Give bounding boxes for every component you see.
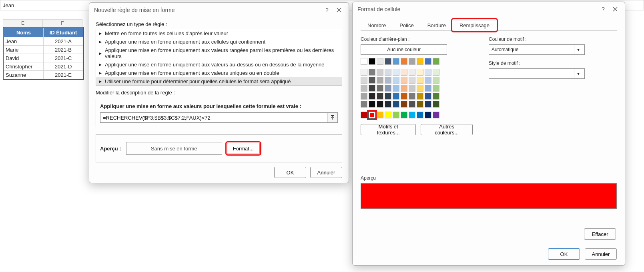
color-swatch[interactable] — [409, 85, 415, 92]
clear-button[interactable]: Effacer — [584, 228, 616, 240]
color-swatch[interactable] — [409, 69, 415, 76]
rule-type-item[interactable]: ►Appliquer une mise en forme uniquement … — [96, 60, 342, 69]
color-swatch[interactable] — [409, 77, 415, 84]
color-swatch[interactable] — [369, 85, 375, 92]
close-icon[interactable] — [610, 4, 620, 14]
color-swatch[interactable] — [393, 85, 399, 92]
color-swatch[interactable] — [409, 101, 415, 108]
color-swatch[interactable] — [361, 69, 367, 76]
color-swatch[interactable] — [385, 112, 391, 118]
header-names[interactable]: Noms — [4, 28, 44, 37]
color-swatch[interactable] — [401, 77, 407, 84]
format-button[interactable]: Format... — [227, 143, 260, 154]
color-swatch[interactable] — [433, 112, 439, 118]
col-header-e[interactable]: E — [3, 19, 43, 27]
color-swatch[interactable] — [385, 58, 391, 65]
color-swatch[interactable] — [433, 77, 439, 84]
format-ok-button[interactable]: OK — [548, 248, 580, 260]
col-header-f[interactable]: F — [42, 19, 82, 27]
color-swatch[interactable] — [377, 112, 383, 118]
tab-fill[interactable]: Remplissage — [453, 20, 496, 31]
cell-id[interactable]: 2021-B — [43, 45, 83, 54]
rule-type-item[interactable]: ►Appliquer une mise en forme uniquement … — [96, 38, 342, 46]
cell-name[interactable]: Jean — [4, 37, 44, 46]
color-swatch[interactable] — [401, 58, 407, 65]
color-swatch[interactable] — [417, 58, 423, 65]
color-swatch[interactable] — [361, 93, 367, 100]
color-swatch[interactable] — [361, 101, 367, 108]
more-colors-button[interactable]: Autres couleurs... — [421, 124, 473, 135]
color-swatch[interactable] — [393, 93, 399, 100]
rule-type-item[interactable]: ►Appliquer une mise en forme uniquement … — [96, 69, 342, 77]
table-row[interactable]: Christopher2021-D — [4, 62, 83, 71]
color-swatch[interactable] — [385, 85, 391, 92]
pattern-color-dropdown[interactable]: Automatique ▾ — [489, 44, 585, 55]
color-swatch[interactable] — [433, 93, 439, 100]
color-swatch[interactable] — [433, 58, 439, 65]
fill-effects-button[interactable]: Motifs et textures... — [361, 124, 416, 135]
color-swatch[interactable] — [417, 69, 423, 76]
format-dialog-titlebar[interactable]: Format de cellule ? — [353, 2, 625, 16]
color-swatch[interactable] — [393, 58, 399, 65]
color-swatch[interactable] — [377, 77, 383, 84]
color-swatch[interactable] — [393, 69, 399, 76]
table-row[interactable]: Jean2021-A — [4, 37, 83, 46]
color-swatch[interactable] — [425, 77, 431, 84]
color-swatch[interactable] — [425, 93, 431, 100]
cell-name[interactable]: Marie — [4, 45, 44, 54]
rule-cancel-button[interactable]: Annuler — [310, 167, 342, 178]
color-swatch[interactable] — [425, 101, 431, 108]
color-swatch[interactable] — [409, 112, 415, 118]
color-swatch[interactable] — [417, 112, 423, 118]
color-swatch[interactable] — [401, 93, 407, 100]
collapse-dialog-icon[interactable] — [327, 112, 338, 123]
color-swatch[interactable] — [401, 85, 407, 92]
color-swatch[interactable] — [401, 69, 407, 76]
rule-type-item[interactable]: ►Appliquer une mise en forme uniquement … — [96, 46, 342, 60]
color-swatch[interactable] — [377, 93, 383, 100]
formula-input[interactable] — [100, 112, 327, 123]
tab-font[interactable]: Police — [393, 20, 420, 31]
color-swatch[interactable] — [385, 77, 391, 84]
pattern-style-dropdown[interactable]: ▾ — [489, 68, 585, 79]
tab-number[interactable]: Nombre — [361, 20, 393, 31]
color-swatch[interactable] — [385, 93, 391, 100]
color-swatch[interactable] — [377, 69, 383, 76]
cell-name[interactable]: David — [4, 54, 44, 62]
color-swatch[interactable] — [393, 112, 399, 118]
color-swatch[interactable] — [417, 77, 423, 84]
color-swatch[interactable] — [369, 93, 375, 100]
color-swatch[interactable] — [393, 77, 399, 84]
tab-border[interactable]: Bordure — [421, 20, 453, 31]
color-swatch[interactable] — [425, 112, 431, 118]
color-swatch[interactable] — [377, 85, 383, 92]
color-swatch[interactable] — [361, 58, 367, 65]
close-icon[interactable] — [334, 5, 344, 15]
color-swatch[interactable] — [369, 69, 375, 76]
color-swatch[interactable] — [369, 101, 375, 108]
color-swatch[interactable] — [417, 101, 423, 108]
format-cancel-button[interactable]: Annuler — [585, 248, 617, 260]
color-swatch[interactable] — [433, 85, 439, 92]
color-swatch[interactable] — [433, 101, 439, 108]
help-icon[interactable]: ? — [322, 5, 332, 15]
color-swatch[interactable] — [385, 69, 391, 76]
color-swatch[interactable] — [385, 101, 391, 108]
rule-ok-button[interactable]: OK — [274, 167, 306, 178]
color-swatch[interactable] — [369, 58, 375, 65]
color-swatch[interactable] — [401, 112, 407, 118]
cell-id[interactable]: 2021-A — [43, 37, 83, 46]
color-swatch[interactable] — [417, 85, 423, 92]
rule-type-item[interactable]: ►Utiliser une formule pour déterminer po… — [96, 77, 342, 86]
rule-type-list[interactable]: ►Mettre en forme toutes les cellules d'a… — [96, 29, 342, 86]
color-swatch[interactable] — [393, 101, 399, 108]
color-swatch[interactable] — [369, 112, 375, 118]
color-swatch[interactable] — [361, 85, 367, 92]
color-swatch[interactable] — [433, 69, 439, 76]
color-swatch[interactable] — [377, 101, 383, 108]
color-swatch[interactable] — [377, 58, 383, 65]
color-swatch[interactable] — [361, 77, 367, 84]
color-swatch[interactable] — [409, 58, 415, 65]
table-row[interactable]: David2021-C — [4, 54, 83, 62]
color-swatch[interactable] — [401, 101, 407, 108]
